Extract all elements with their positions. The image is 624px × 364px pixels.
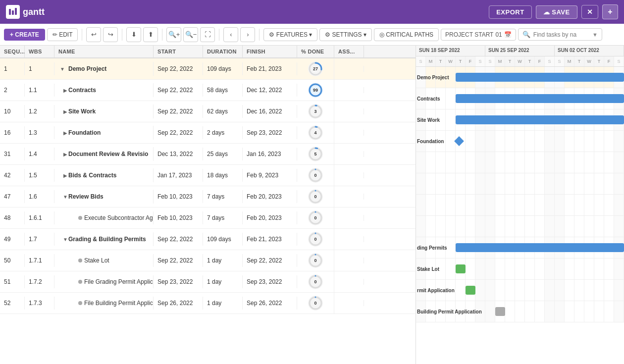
- cell-name[interactable]: ▶ Site Work: [54, 104, 154, 118]
- gantt-cell: [505, 237, 515, 258]
- cell-start: Sep 22, 2022: [154, 233, 203, 246]
- cell-seq: 51: [0, 275, 25, 288]
- table-row[interactable]: 31 1.4 ▶ Document Review & Revisio Dec 1…: [0, 144, 416, 165]
- gantt-cell: [426, 88, 436, 109]
- expand-icon[interactable]: ▶: [58, 171, 66, 179]
- next-button[interactable]: ›: [240, 27, 255, 42]
- table-row[interactable]: 47 1.6 ▼ Review Bids Feb 10, 2023 7 days…: [0, 186, 416, 208]
- features-button[interactable]: ⚙ FEATURES ▾: [263, 28, 317, 41]
- cell-start: Sep 22, 2022: [154, 84, 203, 97]
- task-name: Grading & Building Permits: [68, 236, 146, 243]
- cell-name[interactable]: ▼ Demo Project: [54, 62, 154, 76]
- close-button[interactable]: ✕: [581, 5, 599, 19]
- gantt-cell: [505, 152, 515, 173]
- table-row[interactable]: 49 1.7 ▼ Grading & Building Permits Sep …: [0, 229, 416, 250]
- table-row[interactable]: 1 1 ▼ Demo Project Sep 22, 2022 109 days…: [0, 58, 416, 80]
- app-logo: gantt: [6, 5, 45, 19]
- col-duration: DURATION: [203, 46, 243, 57]
- svg-rect-1: [12, 10, 14, 15]
- edit-button[interactable]: ✏ EDIT: [47, 28, 78, 41]
- table-row[interactable]: 42 1.5 ▶ Bids & Contracts Jan 17, 2023 1…: [0, 165, 416, 186]
- table-row[interactable]: 48 1.6.1 Execute Subcontractor Ag Feb 10…: [0, 208, 416, 229]
- gantt-cell: [456, 237, 466, 258]
- table-row[interactable]: 10 1.2 ▶ Site Work Sep 22, 2022 62 days …: [0, 101, 416, 122]
- settings-button[interactable]: ⚙ SETTINGS ▾: [319, 28, 372, 41]
- collapse-all-button[interactable]: ⬇: [126, 27, 141, 42]
- gantt-cell: [594, 131, 604, 152]
- gantt-cell: [426, 195, 436, 215]
- gantt-cell: [485, 216, 495, 237]
- expand-icon[interactable]: ▶: [58, 86, 66, 94]
- gantt-cell: [525, 259, 535, 279]
- zoom-in-button[interactable]: 🔍+: [166, 27, 181, 42]
- table-body: 1 1 ▼ Demo Project Sep 22, 2022 109 days…: [0, 58, 416, 314]
- cell-name[interactable]: ▶ Bids & Contracts: [54, 168, 154, 182]
- gantt-day-header: W: [515, 56, 525, 66]
- expand-icon[interactable]: ▶: [58, 129, 66, 137]
- cell-name[interactable]: ▶ Foundation: [54, 126, 154, 140]
- gantt-cell: [456, 173, 466, 194]
- gantt-cell: [436, 195, 446, 215]
- svg-rect-2: [15, 8, 17, 15]
- expand-icon[interactable]: ▼: [58, 65, 66, 73]
- gantt-cell: [565, 88, 574, 109]
- bullet-icon: [78, 280, 82, 284]
- filter-icon: ▼: [592, 32, 598, 38]
- gantt-body: Demo ProjectContractsSite WorkFoundation…: [416, 67, 624, 322]
- cell-wbs: 1.7.1: [25, 254, 54, 267]
- table-row[interactable]: 16 1.3 ▶ Foundation Sep 22, 2022 2 days …: [0, 122, 416, 144]
- search-box[interactable]: 🔍 ▼: [518, 28, 602, 41]
- expand-icon[interactable]: ▶: [58, 107, 66, 115]
- cell-name[interactable]: Stake Lot: [54, 254, 154, 267]
- table-row[interactable]: 2 1.1 ▶ Contracts Sep 22, 2022 58 days D…: [0, 80, 416, 101]
- gantt-cell: [584, 67, 594, 88]
- cell-name[interactable]: ▼ Grading & Building Permits: [54, 232, 154, 246]
- gantt-cell: [584, 88, 594, 109]
- critical-paths-button[interactable]: ◎ CRITICAL PATHS: [374, 28, 439, 41]
- cell-pct: 3: [297, 101, 334, 122]
- task-name: Review Bids: [68, 193, 104, 200]
- fullscreen-button[interactable]: ⛶: [200, 27, 215, 42]
- gantt-cell: [515, 67, 525, 88]
- gantt-cell: [495, 259, 505, 279]
- undo-button[interactable]: ↩: [86, 27, 101, 42]
- gantt-cell: [555, 259, 565, 279]
- gantt-cell: [594, 88, 604, 109]
- redo-button[interactable]: ↪: [103, 27, 118, 42]
- add-button[interactable]: +: [602, 4, 618, 19]
- search-input[interactable]: [533, 31, 589, 38]
- gantt-cell: [475, 237, 485, 258]
- cell-duration: 1 day: [203, 254, 243, 267]
- expand-icon[interactable]: ▼: [58, 235, 66, 243]
- cell-name[interactable]: File Grading Permit Applic: [54, 275, 154, 288]
- cell-seq: 50: [0, 254, 25, 267]
- cell-name[interactable]: ▶ Contracts: [54, 83, 154, 97]
- table-row[interactable]: 51 1.7.2 File Grading Permit Applic Sep …: [0, 271, 416, 293]
- gantt-day-header: T: [436, 56, 446, 66]
- create-button[interactable]: + CREATE: [4, 29, 45, 41]
- cell-name[interactable]: File Building Permit Applic: [54, 297, 154, 310]
- expand-icon[interactable]: ▼: [58, 193, 66, 201]
- toolbar: + CREATE ✏ EDIT ↩ ↪ ⬇ ⬆ 🔍+ 🔍− ⛶ ‹ › ⚙ FE…: [0, 24, 624, 46]
- task-name: Stake Lot: [84, 257, 109, 264]
- expand-all-button[interactable]: ⬆: [143, 27, 158, 42]
- project-start-value: 01: [495, 31, 502, 38]
- gantt-cell: [485, 195, 495, 215]
- gantt-cell: [436, 173, 446, 194]
- expand-icon[interactable]: ▶: [58, 150, 66, 158]
- zoom-out-button[interactable]: 🔍−: [183, 27, 198, 42]
- save-button[interactable]: ☁ SAVE: [536, 5, 577, 19]
- cell-name[interactable]: Execute Subcontractor Ag: [54, 211, 154, 224]
- gantt-cell: [426, 173, 436, 194]
- export-button[interactable]: EXPORT: [489, 5, 531, 19]
- cell-name[interactable]: ▶ Document Review & Revisio: [54, 147, 154, 161]
- table-row[interactable]: 52 1.7.3 File Building Permit Applic Sep…: [0, 293, 416, 314]
- gantt-cell: [545, 195, 555, 215]
- gantt-cell: [495, 216, 505, 237]
- gantt-day-header: F: [466, 56, 475, 66]
- gantt-cell: [456, 88, 466, 109]
- cell-start: Sep 22, 2022: [154, 62, 203, 75]
- table-row[interactable]: 50 1.7.1 Stake Lot Sep 22, 2022 1 day Se…: [0, 250, 416, 271]
- prev-button[interactable]: ‹: [223, 27, 238, 42]
- cell-name[interactable]: ▼ Review Bids: [54, 190, 154, 204]
